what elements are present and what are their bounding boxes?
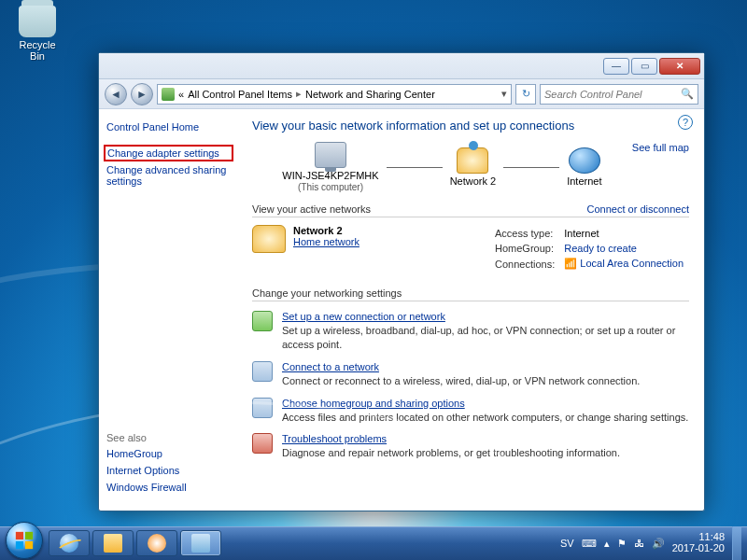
refresh-button[interactable]: ↻ <box>515 84 536 105</box>
change-settings-header: Change your networking settings <box>252 287 402 299</box>
maximize-button[interactable]: ▭ <box>631 58 657 75</box>
control-panel-icon <box>162 88 175 101</box>
setting-desc: Set up a wireless, broadband, dial-up, a… <box>282 324 689 352</box>
nav-toolbar: ◄ ► « All Control Panel Items ▸ Network … <box>99 79 704 109</box>
search-icon: 🔍 <box>681 88 694 100</box>
minimize-button[interactable]: — <box>603 58 629 75</box>
start-button[interactable] <box>6 522 43 559</box>
active-network-props: Access type: Internet HomeGroup: Ready t… <box>489 225 689 273</box>
setting-connect-network[interactable]: Connect to a network Connect or reconnec… <box>252 361 689 388</box>
map-line-2 <box>503 167 559 168</box>
change-adapter-settings-link[interactable]: Change adapter settings <box>104 145 233 161</box>
folder-icon <box>104 534 122 553</box>
taskbar-control-panel[interactable] <box>180 530 221 556</box>
help-icon[interactable]: ? <box>678 115 693 130</box>
troubleshoot-icon <box>252 433 273 454</box>
internet-label: Internet <box>567 175 601 187</box>
setting-desc: Access files and printers located on oth… <box>282 411 688 425</box>
new-connection-icon <box>252 311 273 331</box>
system-tray: SV ⌨ ▴ ⚑ 🖧 🔊 11:48 2017-01-20 <box>560 532 725 553</box>
keyboard-icon[interactable]: ⌨ <box>582 538 597 550</box>
setting-homegroup-sharing[interactable]: Choose homegroup and sharing options Acc… <box>252 398 689 425</box>
control-panel-home-link[interactable]: Control Panel Home <box>106 119 233 135</box>
svg-rect-1 <box>25 532 33 539</box>
svg-rect-3 <box>25 541 33 549</box>
homegroup-icon <box>252 398 273 418</box>
setting-title[interactable]: Choose homegroup and sharing options <box>282 398 465 409</box>
taskbar-explorer[interactable] <box>92 530 134 556</box>
taskbar: SV ⌨ ▴ ⚑ 🖧 🔊 11:48 2017-01-20 <box>0 526 747 560</box>
breadcrumb-1[interactable]: All Control Panel Items <box>188 89 292 100</box>
titlebar[interactable]: — ▭ ✕ <box>99 53 704 79</box>
active-network-kind-link[interactable]: Home network <box>293 236 359 247</box>
recycle-bin-icon <box>19 6 56 37</box>
action-center-icon[interactable]: ⚑ <box>617 538 627 550</box>
search-input[interactable] <box>544 89 681 100</box>
map-this-computer: WIN-JSE4KP2FMHK (This computer) <box>282 142 378 192</box>
taskbar-media-player[interactable] <box>136 530 177 556</box>
access-type-label: Access type: <box>491 227 558 240</box>
media-player-icon <box>148 534 166 553</box>
map-internet: Internet <box>567 147 601 187</box>
computer-subcap: (This computer) <box>298 182 363 192</box>
clock[interactable]: 11:48 2017-01-20 <box>672 532 725 553</box>
see-also-header: See also <box>106 432 233 445</box>
language-indicator[interactable]: SV <box>560 538 574 549</box>
setting-desc: Diagnose and repair network problems, or… <box>282 446 620 460</box>
setting-title[interactable]: Set up a new connection or network <box>282 311 445 322</box>
setting-title[interactable]: Troubleshoot problems <box>282 433 387 444</box>
connection-link[interactable]: 📶 Local Area Connection <box>560 257 687 271</box>
seealso-homegroup[interactable]: HomeGroup <box>106 445 233 462</box>
forward-button[interactable]: ► <box>131 83 153 105</box>
breadcrumb-2[interactable]: Network and Sharing Center <box>305 89 435 100</box>
control-panel-taskbar-icon <box>191 534 210 553</box>
home-network-icon <box>252 225 286 253</box>
globe-icon <box>569 147 600 174</box>
connect-disconnect-link[interactable]: Connect or disconnect <box>587 203 689 215</box>
close-button[interactable]: ✕ <box>659 58 700 75</box>
search-box[interactable]: 🔍 <box>540 84 698 105</box>
taskbar-ie[interactable] <box>49 530 90 556</box>
network-name: Network 2 <box>450 175 497 187</box>
network-icon <box>457 147 488 174</box>
computer-icon <box>315 142 346 168</box>
network-tray-icon[interactable]: 🖧 <box>634 538 644 549</box>
recycle-bin[interactable]: Recycle Bin <box>11 6 63 62</box>
access-type-value: Internet <box>560 227 687 240</box>
map-network: Network 2 <box>450 147 497 187</box>
homegroup-value-link[interactable]: Ready to create <box>560 242 687 255</box>
address-bar[interactable]: « All Control Panel Items ▸ Network and … <box>157 84 512 105</box>
chevron-right-icon: ▸ <box>296 88 302 100</box>
active-networks-header: View your active networks <box>252 203 371 215</box>
page-title: View your basic network information and … <box>252 119 689 133</box>
clock-date: 2017-01-20 <box>672 543 725 554</box>
change-advanced-sharing-link[interactable]: Change advanced sharing settings <box>106 161 233 189</box>
seealso-internet-options[interactable]: Internet Options <box>106 462 233 479</box>
connect-network-icon <box>252 361 273 382</box>
recycle-bin-label: Recycle Bin <box>11 39 63 62</box>
active-network-row: Network 2 Home network Access type: Inte… <box>252 225 689 273</box>
setting-troubleshoot[interactable]: Troubleshoot problems Diagnose and repai… <box>252 433 689 460</box>
active-network-name: Network 2 <box>293 225 343 236</box>
svg-rect-0 <box>16 532 23 539</box>
setting-title[interactable]: Connect to a network <box>282 361 379 372</box>
network-map: WIN-JSE4KP2FMHK (This computer) Network … <box>252 142 632 192</box>
show-desktop-button[interactable] <box>732 526 741 560</box>
network-sharing-window: — ▭ ✕ ◄ ► « All Control Panel Items ▸ Ne… <box>98 52 705 511</box>
tray-chevron-icon[interactable]: ▴ <box>604 538 610 550</box>
setting-desc: Connect or reconnect to a wireless, wire… <box>282 374 640 388</box>
see-full-map-link[interactable]: See full map <box>632 142 689 153</box>
volume-icon[interactable]: 🔊 <box>652 538 665 550</box>
homegroup-label: HomeGroup: <box>491 242 558 255</box>
connections-label: Connections: <box>491 257 558 271</box>
setting-new-connection[interactable]: Set up a new connection or network Set u… <box>252 311 689 352</box>
address-dropdown-icon[interactable]: ▾ <box>501 88 507 100</box>
seealso-windows-firewall[interactable]: Windows Firewall <box>106 479 233 496</box>
back-button[interactable]: ◄ <box>105 83 127 105</box>
map-line-1 <box>387 167 443 168</box>
sidebar: Control Panel Home Change adapter settin… <box>99 109 241 511</box>
windows-logo-icon <box>14 530 35 551</box>
main-panel: ? View your basic network information an… <box>241 109 704 511</box>
ie-icon <box>60 534 78 553</box>
svg-rect-2 <box>16 541 23 549</box>
